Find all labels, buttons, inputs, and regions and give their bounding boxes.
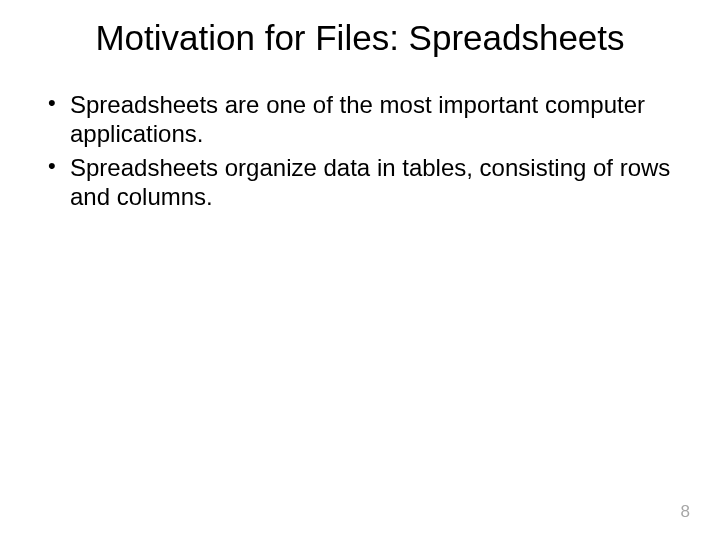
bullet-item: Spreadsheets are one of the most importa… bbox=[48, 90, 690, 149]
page-number: 8 bbox=[681, 502, 690, 522]
slide-container: Motivation for Files: Spreadsheets Sprea… bbox=[0, 0, 720, 540]
bullet-list: Spreadsheets are one of the most importa… bbox=[30, 90, 690, 211]
slide-title: Motivation for Files: Spreadsheets bbox=[30, 18, 690, 58]
bullet-item: Spreadsheets organize data in tables, co… bbox=[48, 153, 690, 212]
